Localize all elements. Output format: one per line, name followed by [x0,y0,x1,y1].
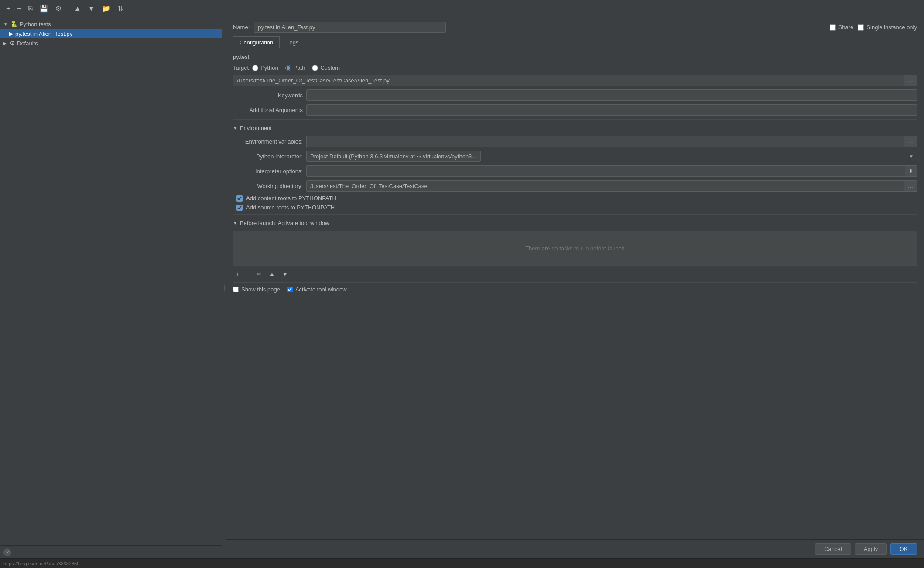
move-down-button[interactable]: ▼ [86,3,98,14]
interpreter-options-input[interactable] [306,165,905,177]
interpreter-options-container: ⬇ [306,165,917,177]
apply-button[interactable]: Apply [855,543,887,555]
path-input-container: … [233,75,917,86]
environment-label: Environment [240,125,272,131]
target-path-option[interactable]: Path [285,65,305,71]
name-input[interactable] [254,22,446,33]
bl-remove-button[interactable]: − [243,269,252,279]
single-instance-checkbox[interactable] [858,24,864,31]
add-content-roots-row: Add content roots to PYTHONPATH [236,195,917,202]
ok-button[interactable]: OK [890,543,917,555]
tab-configuration[interactable]: Configuration [233,36,280,48]
sort-button[interactable]: ⇅ [115,3,126,14]
bl-move-down-button[interactable]: ▼ [279,269,291,279]
add-content-roots-checkbox[interactable] [236,195,243,202]
keywords-label: Keywords [233,92,303,99]
add-source-roots-checkbox[interactable] [236,205,243,211]
environment-chevron-icon: ▼ [233,126,237,130]
cancel-button[interactable]: Cancel [815,543,851,555]
working-dir-input[interactable] [306,180,904,192]
name-label: Name: [233,24,250,31]
no-tasks-label: There are no tasks to run before launch [525,245,625,252]
env-variables-label: Environment variables: [233,138,303,145]
config-content: py.test Target Python Path Custom [226,48,924,539]
share-label: Share [838,24,854,31]
before-launch-box: There are no tasks to run before launch [233,231,917,266]
environment-section-header[interactable]: ▼ Environment [233,123,917,133]
bottom-bar: ? [0,545,222,558]
defaults-label: Defaults [17,40,38,47]
target-path-label: Path [294,65,305,71]
tree-section: ▼ 🐍 Python tests ▶ py.test in Alien_Test… [0,17,222,545]
additional-args-label: Additional Arguments [233,107,303,113]
splitter-dots [224,285,225,291]
target-custom-radio[interactable] [312,65,318,71]
tree-defaults[interactable]: ▶ ⚙ Defaults [0,38,222,48]
before-launch-section: ▼ Before launch: Activate tool window Th… [233,218,917,281]
keywords-input[interactable] [306,89,917,101]
settings-button[interactable]: ⚙ [53,3,64,14]
target-custom-label: Custom [320,65,340,71]
panel-splitter[interactable] [222,17,226,558]
target-row: Target Python Path Custom [233,65,917,71]
target-path-radio[interactable] [285,65,291,71]
url-bar: https://blog.csdn.net/shat/38682860 [0,558,924,568]
remove-config-button[interactable]: − [14,3,24,14]
before-launch-header[interactable]: ▼ Before launch: Activate tool window [233,218,917,228]
divider-2 [233,214,917,215]
path-input[interactable] [233,75,904,86]
python-interpreter-select[interactable]: Project Default (Python 3.6.3 virtualenv… [306,151,481,162]
tree-item-pytest[interactable]: ▶ py.test in Alien_Test.py [0,29,222,38]
keywords-row: Keywords [233,89,917,101]
python-interpreter-label: Python interpreter: [233,153,303,160]
add-source-roots-row: Add source roots to PYTHONPATH [236,204,917,211]
add-content-roots-label: Add content roots to PYTHONPATH [246,195,336,202]
additional-args-row: Additional Arguments [233,104,917,116]
tab-logs[interactable]: Logs [280,36,305,48]
add-config-button[interactable]: + [3,3,13,14]
additional-args-input[interactable] [306,104,917,116]
show-this-page-checkbox[interactable] [233,287,239,292]
activate-tool-window-checkbox[interactable] [287,287,293,292]
target-python-radio[interactable] [252,65,258,71]
pytest-label: py.test [233,54,917,60]
env-browse-button[interactable]: … [904,136,917,147]
run-icon: ▶ [9,30,14,37]
path-row: … [233,75,917,86]
target-radio-group: Python Path Custom [252,65,340,71]
path-browse-button[interactable]: … [904,75,917,86]
working-dir-browse-button[interactable]: … [904,180,917,192]
before-launch-toolbar: + − ✏ ▲ ▼ [233,267,917,281]
before-launch-chevron-icon: ▼ [233,221,237,226]
target-label: Target [233,65,249,71]
url-text: https://blog.csdn.net/shat/38682860 [3,561,79,566]
tree-root-python-tests[interactable]: ▼ 🐍 Python tests [0,19,222,29]
python-interpreter-row: Python interpreter: Project Default (Pyt… [233,151,917,162]
env-variables-input[interactable] [306,136,904,147]
share-checkbox[interactable] [830,24,836,31]
share-row: Share [830,24,854,31]
main-layout: ▼ 🐍 Python tests ▶ py.test in Alien_Test… [0,17,924,558]
bl-edit-button[interactable]: ✏ [254,269,264,279]
env-variables-row: Environment variables: … [233,136,917,147]
tree-item-label: py.test in Alien_Test.py [15,31,72,37]
root-chevron-icon: ▼ [3,22,8,27]
bl-add-button[interactable]: + [233,269,242,279]
folder-button[interactable]: 📁 [99,3,113,14]
defaults-icon: ⚙ [10,40,15,47]
before-launch-label: Before launch: Activate tool window [240,220,329,226]
interpreter-options-browse-button[interactable]: ⬇ [905,165,917,177]
bl-move-up-button[interactable]: ▲ [266,269,277,279]
working-dir-container: … [306,180,917,192]
bottom-options: Show this page Activate tool window [233,282,917,294]
target-custom-option[interactable]: Custom [312,65,340,71]
interpreter-options-label: Interpreter options: [233,168,303,175]
env-input-container: … [306,136,917,147]
save-config-button[interactable]: 💾 [37,3,51,14]
left-panel: ▼ 🐍 Python tests ▶ py.test in Alien_Test… [0,17,222,558]
copy-config-button[interactable]: ⎘ [26,3,35,14]
help-button[interactable]: ? [3,548,11,556]
target-python-option[interactable]: Python [252,65,278,71]
divider-1 [233,119,917,120]
move-up-button[interactable]: ▲ [72,3,84,14]
